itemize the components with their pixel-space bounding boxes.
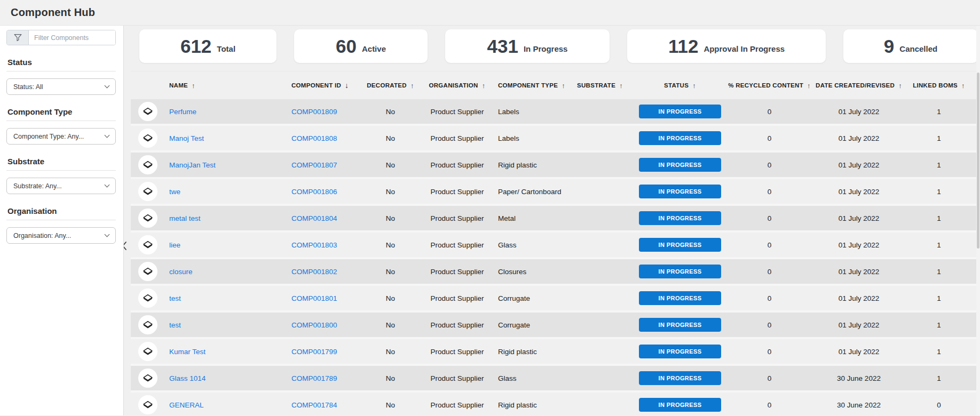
substrate-cell — [573, 99, 632, 124]
column-header-component-type[interactable]: COMPONENT TYPE↑ — [493, 71, 573, 99]
component-id-link[interactable]: COMP001799 — [291, 348, 337, 356]
component-id-cell: COMP001806 — [288, 179, 360, 204]
table-row: ManojJan TestCOMP001807NoProduct Supplie… — [131, 153, 980, 179]
filter-section-substrate: SubstrateSubstrate: Any... — [6, 157, 116, 194]
table-row: testCOMP001800NoProduct SupplierCorrugat… — [131, 313, 980, 339]
date-created-cell: 01 July 2022 — [811, 99, 907, 124]
table-row: tweCOMP001806NoProduct SupplierPaper/ Ca… — [131, 179, 980, 206]
component-id-link[interactable]: COMP001800 — [291, 321, 337, 329]
decorated-cell: No — [360, 366, 421, 390]
component-type-cell: Paper/ Cartonboard — [493, 179, 573, 204]
component-id-link[interactable]: COMP001803 — [291, 241, 337, 249]
component-icon-cell — [131, 286, 165, 310]
organisation-cell: Product Supplier — [421, 313, 493, 337]
component-name-cell: closure — [165, 259, 288, 284]
sidebar-collapse-button[interactable] — [124, 239, 129, 253]
sort-asc-icon: ↑ — [482, 82, 486, 90]
stat-label: Active — [362, 44, 386, 53]
component-id-link[interactable]: COMP001809 — [291, 108, 337, 116]
component-id-link[interactable]: COMP001807 — [291, 161, 337, 169]
column-header-organisation[interactable]: ORGANISATION↑ — [421, 71, 493, 99]
column-header-date-created-revised[interactable]: DATE CREATED/REVISED↑ — [811, 71, 907, 99]
column-label: % RECYCLED CONTENT — [728, 82, 803, 89]
component-id-link[interactable]: COMP001804 — [291, 214, 337, 222]
table-row: metal testCOMP001804NoProduct SupplierMe… — [131, 206, 980, 233]
chevron-down-icon — [105, 133, 110, 138]
decorated-cell: No — [360, 259, 421, 284]
column-label: DATE CREATED/REVISED — [816, 82, 895, 89]
recycled-content-cell: 0 — [728, 99, 811, 124]
date-created-cell: 01 July 2022 — [811, 153, 907, 177]
substrate-select[interactable]: Substrate: Any... — [6, 178, 116, 194]
status-cell: IN PROGRESS — [632, 153, 728, 177]
component-name-link[interactable]: ManojJan Test — [169, 161, 216, 169]
component-name-link[interactable]: test — [169, 294, 181, 302]
component-icon — [138, 289, 157, 308]
date-created-cell: 30 June 2022 — [811, 393, 907, 415]
component-name-link[interactable]: closure — [169, 268, 193, 276]
component-id-cell: COMP001799 — [288, 339, 360, 364]
column-header-substrate[interactable]: SUBSTRATE↑ — [573, 71, 632, 99]
column-header-name[interactable]: NAME↑ — [165, 71, 288, 99]
component-id-link[interactable]: COMP001806 — [291, 188, 337, 196]
column-header-status[interactable]: STATUS↑ — [632, 71, 728, 99]
status-cell: IN PROGRESS — [632, 126, 728, 150]
column-label: DECORATED — [367, 82, 407, 89]
component-id-link[interactable]: COMP001808 — [291, 134, 337, 142]
decorated-cell: No — [360, 286, 421, 310]
component-id-link[interactable]: COMP001784 — [291, 401, 337, 409]
status-badge: IN PROGRESS — [639, 105, 721, 118]
component-icon-cell — [131, 313, 165, 337]
component-type-cell: Labels — [493, 126, 573, 150]
column-label: COMPONENT ID — [291, 82, 341, 89]
sort-asc-icon: ↑ — [192, 82, 195, 90]
vertical-scrollbar-thumb[interactable] — [977, 73, 979, 249]
status-cell: IN PROGRESS — [632, 179, 728, 204]
component-name-link[interactable]: Kumar Test — [169, 348, 206, 356]
component-type-cell: Closures — [493, 259, 573, 284]
component-name-link[interactable]: liee — [169, 241, 180, 249]
recycled-content-cell: 0 — [728, 233, 811, 257]
column-label: NAME — [169, 82, 188, 89]
component-name-link[interactable]: metal test — [169, 214, 201, 222]
column-header-linked-boms[interactable]: LINKED BOMS↑ — [907, 71, 971, 99]
filter-components-input[interactable] — [29, 30, 115, 45]
date-created-cell: 30 June 2022 — [811, 366, 907, 390]
component-name-link[interactable]: GENERAL — [169, 401, 204, 409]
status-select[interactable]: Status: All — [6, 78, 116, 95]
component-name-link[interactable]: twe — [169, 188, 180, 196]
filter-components-box — [6, 30, 116, 45]
filter-section-component-type: Component TypeComponent Type: Any... — [6, 107, 116, 145]
decorated-cell: No — [360, 233, 421, 257]
component-name-link[interactable]: Manoj Test — [169, 134, 204, 142]
component-icon — [138, 102, 157, 121]
organisation-select[interactable]: Organisation: Any... — [6, 227, 116, 244]
component-icon-cell — [131, 339, 165, 364]
component-name-cell: metal test — [165, 206, 288, 230]
component-id-link[interactable]: COMP001789 — [291, 374, 337, 382]
status-cell: IN PROGRESS — [632, 233, 728, 257]
recycled-content-cell: 0 — [728, 366, 811, 390]
component-id-link[interactable]: COMP001802 — [291, 268, 337, 276]
component-type-cell: Labels — [493, 99, 573, 124]
recycled-content-cell: 0 — [728, 179, 811, 204]
component-id-link[interactable]: COMP001801 — [291, 294, 337, 302]
organisation-cell: Product Supplier — [421, 286, 493, 310]
component-name-link[interactable]: Perfume — [169, 108, 196, 116]
decorated-cell: No — [360, 313, 421, 337]
component-name-link[interactable]: Glass 1014 — [169, 374, 206, 382]
component-type-select[interactable]: Component Type: Any... — [6, 128, 116, 145]
column-header-recycled-content[interactable]: % RECYCLED CONTENT↑ — [728, 71, 811, 99]
substrate-cell — [573, 393, 632, 415]
component-type-cell: Rigid plastic — [493, 339, 573, 364]
component-id-cell: COMP001807 — [288, 153, 360, 177]
status-badge: IN PROGRESS — [639, 158, 721, 172]
organisation-cell: Product Supplier — [421, 126, 493, 150]
column-label: SUBSTRATE — [577, 82, 615, 89]
status-badge: IN PROGRESS — [639, 291, 721, 305]
component-name-link[interactable]: test — [169, 321, 181, 329]
component-type-cell: Corrugate — [493, 313, 573, 337]
date-created-cell: 01 July 2022 — [811, 179, 907, 204]
column-header-component-id[interactable]: COMPONENT ID↓ — [288, 71, 360, 99]
column-header-decorated[interactable]: DECORATED↑ — [360, 71, 421, 99]
